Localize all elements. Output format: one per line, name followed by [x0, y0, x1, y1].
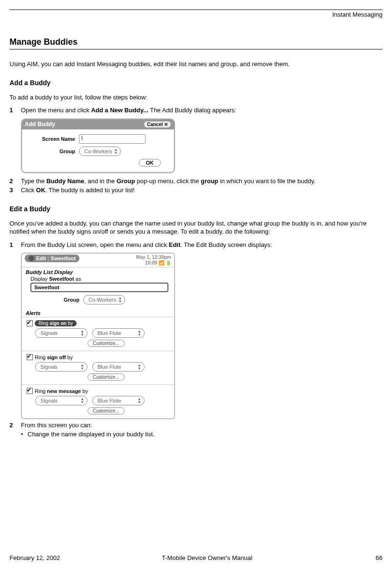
- status-time: 10:09: [145, 260, 157, 265]
- alert-block: Ring sign off bySignals▲▼Blue Flute▲▼Cus…: [22, 351, 174, 384]
- footer-date: February 12, 2002: [10, 554, 60, 561]
- customize-button[interactable]: Customize...: [88, 373, 125, 381]
- customize-button[interactable]: Customize...: [88, 407, 125, 414]
- edit-step-1: 1 From the Buddy List screen, open the m…: [10, 241, 382, 249]
- section-rule: [10, 49, 382, 49]
- tone-popup[interactable]: Blue Flute▲▼: [92, 362, 145, 372]
- signal-icon: 📶: [158, 260, 164, 265]
- running-header: Instant Messaging: [10, 11, 382, 18]
- add-step-1: 1 Open the menu and click Add a New Budd…: [10, 106, 382, 115]
- add-step-3: 3 Click OK. The buddy is added to your l…: [10, 186, 382, 195]
- tone-popup[interactable]: Blue Flute▲▼: [92, 396, 145, 405]
- dialog-title: Add Buddy: [25, 121, 144, 128]
- alert-checkbox[interactable]: [27, 354, 33, 360]
- edit-lead: Once you've added a buddy, you can chang…: [10, 219, 382, 236]
- top-rule: [10, 10, 382, 10]
- signals-popup[interactable]: Signals▲▼: [35, 396, 88, 405]
- footer-page: 66: [354, 554, 382, 561]
- group-popup[interactable]: Co-Workers ▲▼: [79, 147, 121, 156]
- aim-icon: [29, 256, 34, 261]
- add-buddy-dialog: Add Buddy Cancel ✕ Screen Name | Group C…: [21, 118, 175, 173]
- page-footer: February 12, 2002 T-Mobile Device Owner'…: [10, 554, 382, 561]
- alert-checkbox[interactable]: [27, 320, 33, 326]
- section-title: Manage Buddies: [10, 37, 382, 47]
- screen-title-chip: Edit : Sweetfoot: [25, 255, 79, 262]
- add-heading: Add a Buddy: [10, 79, 382, 87]
- alert-label: Ring new message by: [35, 388, 88, 394]
- updown-icon: ▲▼: [118, 296, 122, 303]
- section-alerts: Alerts: [22, 308, 174, 317]
- alert-block: Ring sign on bySignals▲▼Blue Flute▲▼Cust…: [22, 317, 174, 351]
- edit-buddy-screen: Edit : Sweetfoot May 1, 12:30pm 10:09 📶 …: [21, 253, 175, 419]
- customize-button[interactable]: Customize...: [88, 340, 125, 347]
- section-buddy-display: Buddy List Display: [22, 267, 174, 275]
- group-label: Group: [29, 148, 75, 154]
- footer-title: T-Mobile Device Owner's Manual: [60, 554, 354, 561]
- screen-name-input[interactable]: |: [79, 134, 146, 144]
- signals-popup[interactable]: Signals▲▼: [35, 328, 88, 338]
- edit-step-2: 2 From this screen you can:: [10, 421, 382, 430]
- alert-block: Ring new message bySignals▲▼Blue Flute▲▼…: [22, 384, 174, 418]
- alert-checkbox[interactable]: [27, 388, 33, 394]
- screen-name-label: Screen Name: [29, 136, 75, 142]
- tone-popup[interactable]: Blue Flute▲▼: [92, 328, 145, 338]
- updown-icon: ▲▼: [114, 148, 118, 155]
- add-step-2: 2 Type the Buddy Name, and in the Group …: [10, 177, 382, 186]
- edit-group-popup[interactable]: Co-Workers ▲▼: [83, 295, 125, 305]
- edit-group-label: Group: [64, 297, 79, 303]
- intro-text: Using AIM, you can add Instant Messaging…: [10, 60, 382, 69]
- alert-label: Ring sign on by: [35, 320, 77, 326]
- bullet-change-name: • Change the name displayed in your budd…: [21, 431, 382, 438]
- signals-popup[interactable]: Signals▲▼: [35, 362, 88, 372]
- edit-heading: Edit a Buddy: [10, 205, 382, 213]
- display-name-input[interactable]: Sweetfoot: [30, 283, 168, 292]
- add-lead: To add a buddy to your list, follow the …: [10, 93, 382, 102]
- ok-button[interactable]: OK: [139, 159, 161, 167]
- alert-label: Ring sign off by: [35, 354, 73, 360]
- close-icon: ✕: [164, 122, 168, 127]
- battery-icon: 🔋: [166, 260, 171, 265]
- status-date: May 1, 12:30pm: [136, 255, 171, 260]
- cancel-button[interactable]: Cancel ✕: [144, 121, 171, 128]
